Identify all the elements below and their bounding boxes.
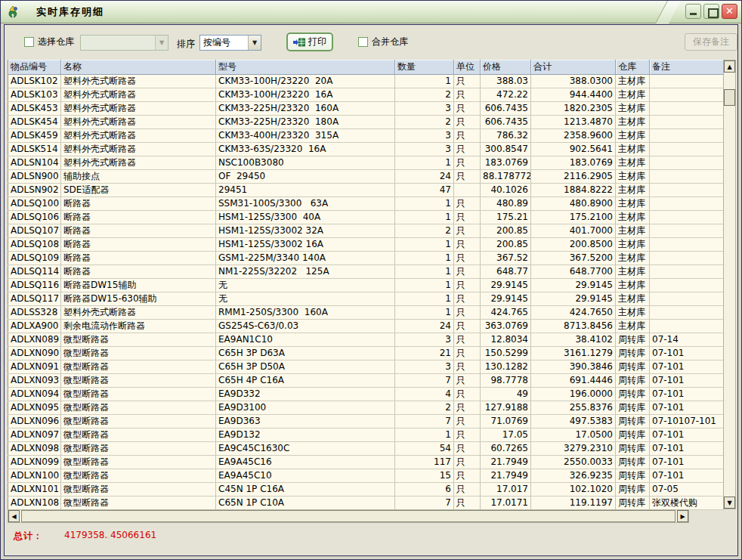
cell-qty[interactable]: 2	[395, 115, 454, 128]
table-row[interactable]: ADLXN096微型断路器EA9D3637只71.0769497.5383周转库…	[8, 414, 724, 428]
cell-code[interactable]: ADLXN091	[8, 360, 61, 373]
cell-model[interactable]: C65H 3P D50A	[216, 360, 395, 373]
cell-unit[interactable]: 只	[454, 101, 481, 115]
cell-qty[interactable]: 24	[395, 169, 454, 183]
cell-code[interactable]: ADLSK102	[8, 74, 61, 88]
table-row[interactable]: ADLXN094微型断路器EA9D3324只49196.0000周转库07-10…	[8, 387, 724, 401]
cell-name[interactable]: 塑料外壳式断路器	[61, 101, 216, 115]
cell-total[interactable]: 424.7650	[531, 305, 616, 319]
cell-code[interactable]: ADLSQ117	[8, 292, 61, 305]
select-warehouse-checkbox[interactable]	[24, 37, 34, 47]
cell-name[interactable]: 断路器	[61, 210, 216, 224]
cell-total[interactable]: 326.9235	[531, 469, 616, 482]
cell-model[interactable]: EA9D363	[216, 414, 395, 428]
cell-name[interactable]: 辅助接点	[61, 169, 216, 183]
table-row[interactable]: ADLXN098微型断路器EA9C45C1630C54只60.72653279.…	[8, 441, 724, 455]
column-header-model[interactable]: 型号	[216, 60, 395, 74]
cell-qty[interactable]: 1	[395, 428, 454, 441]
cell-note[interactable]: 07-05	[650, 482, 724, 496]
cell-model[interactable]: OF 29450	[216, 169, 395, 183]
table-row[interactable]: ADLSQ117断路器DW15-630辅助无1只29.914529.9145主材…	[8, 292, 724, 305]
cell-qty[interactable]: 3	[395, 101, 454, 115]
cell-name[interactable]: 断路器	[61, 237, 216, 251]
cell-code[interactable]: ADLSK514	[8, 142, 61, 156]
cell-unit[interactable]: 只	[454, 292, 481, 305]
cell-model[interactable]: NM1-225S/32202 125A	[216, 265, 395, 278]
cell-code[interactable]: ADLSQ108	[8, 237, 61, 251]
cell-total[interactable]: 648.7700	[531, 265, 616, 278]
cell-unit[interactable]: 只	[454, 88, 481, 101]
cell-model[interactable]: 无	[216, 292, 395, 305]
table-row[interactable]: ADLSK514塑料外壳式断路器CKM33-63S/23320 16A3只300…	[8, 142, 724, 156]
table-row[interactable]: ADLSK459塑料外壳式断路器CKM33-400H/23320 315A3只7…	[8, 128, 724, 142]
cell-price[interactable]: 12.8034	[481, 333, 531, 346]
cell-note[interactable]: 张双楼代购	[650, 496, 724, 509]
cell-unit[interactable]: 只	[454, 414, 481, 428]
cell-price[interactable]: 130.1282	[481, 360, 531, 373]
cell-price[interactable]: 606.7435	[481, 115, 531, 128]
cell-note[interactable]	[650, 210, 724, 224]
table-row[interactable]: ADLXN097微型断路器EA9D1321只17.0517.0500周转库07-…	[8, 428, 724, 441]
cell-code[interactable]: ADLSQ109	[8, 251, 61, 265]
cell-model[interactable]: CKM33-225H/23320 160A	[216, 101, 395, 115]
column-header-price[interactable]: 价格	[481, 60, 531, 74]
cell-warehouse[interactable]: 周转库	[616, 346, 650, 360]
table-row[interactable]: ADLSN104塑料外壳式断路器NSC100B30801只183.0769183…	[8, 156, 724, 169]
cell-code[interactable]: ADLSK454	[8, 115, 61, 128]
cell-price[interactable]: 88.1787727	[481, 169, 531, 183]
cell-qty[interactable]: 4	[395, 387, 454, 401]
cell-note[interactable]: 07-101	[650, 441, 724, 455]
cell-name[interactable]: 微型断路器	[61, 482, 216, 496]
cell-unit[interactable]: 只	[454, 360, 481, 373]
cell-price[interactable]: 480.89	[481, 196, 531, 210]
cell-model[interactable]: EA9A45C16	[216, 455, 395, 469]
cell-name[interactable]: 塑料外壳式断路器	[61, 156, 216, 169]
cell-note[interactable]	[650, 74, 724, 88]
table-row[interactable]: ADLSK454塑料外壳式断路器CKM33-225H/23320 180A2只6…	[8, 115, 724, 128]
cell-code[interactable]: ADLXN108	[8, 496, 61, 509]
table-row[interactable]: ADLSQ108断路器HSM1-125S/33002 16A1只200.8520…	[8, 237, 724, 251]
cell-model[interactable]: EA9D3100	[216, 401, 395, 414]
cell-price[interactable]: 200.85	[481, 224, 531, 237]
cell-name[interactable]: 断路器	[61, 224, 216, 237]
cell-total[interactable]: 1820.2305	[531, 101, 616, 115]
cell-total[interactable]: 401.7000	[531, 224, 616, 237]
cell-warehouse[interactable]: 周转库	[616, 469, 650, 482]
cell-name[interactable]: 断路器	[61, 196, 216, 210]
cell-price[interactable]: 786.32	[481, 128, 531, 142]
cell-model[interactable]: CKM33-400H/23320 315A	[216, 128, 395, 142]
cell-price[interactable]: 29.9145	[481, 278, 531, 292]
cell-total[interactable]: 183.0769	[531, 156, 616, 169]
cell-note[interactable]	[650, 265, 724, 278]
cell-model[interactable]: HSM1-125S/3300 40A	[216, 210, 395, 224]
cell-unit[interactable]	[454, 183, 481, 196]
cell-code[interactable]: ADLXA900	[8, 319, 61, 333]
cell-total[interactable]: 480.8900	[531, 196, 616, 210]
table-row[interactable]: ADLSK453塑料外壳式断路器CKM33-225H/23320 160A3只6…	[8, 101, 724, 115]
cell-warehouse[interactable]: 周转库	[616, 496, 650, 509]
cell-unit[interactable]: 只	[454, 455, 481, 469]
cell-name[interactable]: 塑料外壳式断路器	[61, 305, 216, 319]
cell-qty[interactable]: 7	[395, 414, 454, 428]
cell-warehouse[interactable]: 主材库	[616, 169, 650, 183]
cell-note[interactable]	[650, 292, 724, 305]
cell-warehouse[interactable]: 主材库	[616, 319, 650, 333]
cell-unit[interactable]: 只	[454, 428, 481, 441]
cell-qty[interactable]: 3	[395, 128, 454, 142]
cell-warehouse[interactable]: 主材库	[616, 128, 650, 142]
maximize-button[interactable]	[703, 4, 719, 19]
cell-note[interactable]	[650, 278, 724, 292]
cell-name[interactable]: 断路器	[61, 265, 216, 278]
cell-qty[interactable]: 117	[395, 455, 454, 469]
cell-price[interactable]: 21.7949	[481, 455, 531, 469]
cell-name[interactable]: 塑料外壳式断路器	[61, 115, 216, 128]
cell-name[interactable]: 微型断路器	[61, 333, 216, 346]
cell-warehouse[interactable]: 主材库	[616, 265, 650, 278]
cell-total[interactable]: 196.0000	[531, 387, 616, 401]
table-row[interactable]: ADLXN100微型断路器EA9A45C1015只21.7949326.9235…	[8, 469, 724, 482]
cell-price[interactable]: 21.7949	[481, 469, 531, 482]
cell-code[interactable]: ADLXN101	[8, 482, 61, 496]
cell-name[interactable]: 微型断路器	[61, 401, 216, 414]
cell-warehouse[interactable]: 主材库	[616, 237, 650, 251]
cell-warehouse[interactable]: 主材库	[616, 183, 650, 196]
